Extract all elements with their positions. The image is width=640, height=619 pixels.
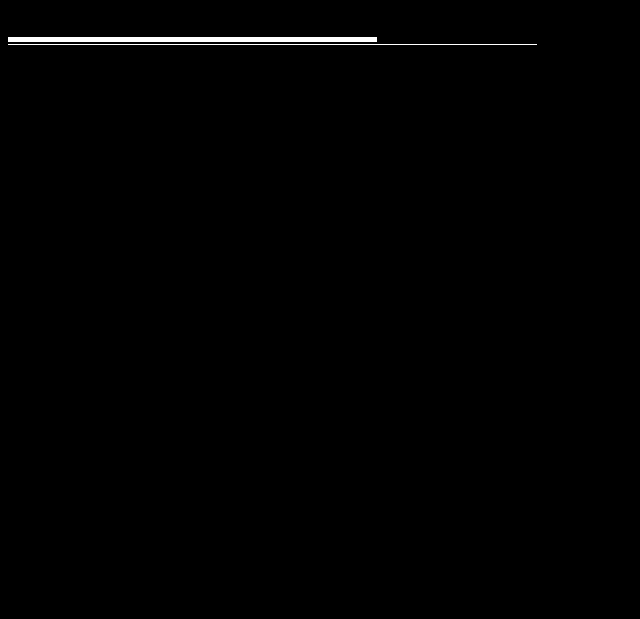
plot-top-border (8, 44, 537, 45)
fasta-result-screen (0, 0, 640, 619)
query-sequence-bar (8, 37, 377, 42)
hits-plot (0, 58, 640, 603)
scale-legend (437, 605, 462, 607)
footer (8, 603, 638, 617)
legend-scale-line (437, 605, 461, 607)
